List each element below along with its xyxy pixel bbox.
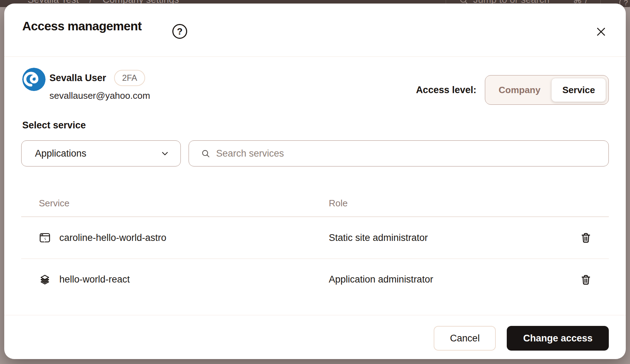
access-management-dialog: Access management ? Sevalla User 2FA sev… — [4, 4, 626, 359]
close-icon[interactable] — [593, 24, 609, 40]
chevron-down-icon — [160, 148, 170, 158]
application-layers-icon — [39, 274, 51, 286]
table-header: Service Role — [21, 190, 609, 217]
footer-divider — [4, 315, 626, 315]
user-info: Sevalla User 2FA sevallauser@yahoo.com — [49, 70, 150, 101]
static-site-icon — [39, 232, 51, 244]
toggle-option-service[interactable]: Service — [551, 78, 606, 102]
cancel-button[interactable]: Cancel — [434, 326, 496, 351]
column-header-role: Role — [329, 198, 575, 209]
avatar — [22, 68, 46, 91]
trash-icon — [580, 232, 592, 244]
help-icon[interactable]: ? — [172, 24, 187, 39]
dropdown-selected-value: Applications — [35, 148, 160, 159]
service-role: Static site administrator — [329, 232, 575, 243]
service-type-dropdown[interactable]: Applications — [21, 140, 181, 166]
column-header-service: Service — [21, 198, 329, 209]
access-level-toggle: Company Service — [485, 75, 609, 105]
screen: { "background": { "breadcrumb": { "item1… — [0, 0, 630, 364]
table-row: hello-world-react Application administra… — [21, 259, 609, 300]
select-service-heading: Select service — [22, 120, 86, 131]
header-divider — [4, 56, 626, 57]
help-glyph: ? — [177, 26, 183, 37]
access-level-label: Access level: — [416, 85, 476, 96]
delete-access-button[interactable] — [579, 231, 593, 244]
access-level-row: Access level: Company Service — [416, 75, 609, 105]
service-filters: Applications — [21, 140, 609, 166]
toggle-option-company[interactable]: Company — [488, 78, 551, 102]
dialog-title: Access management — [22, 19, 142, 33]
service-role: Application administrator — [329, 274, 575, 285]
service-name: hello-world-react — [59, 274, 130, 285]
services-table: Service Role caroline-hello-world-astro … — [21, 190, 609, 300]
delete-access-button[interactable] — [579, 273, 593, 286]
2fa-badge: 2FA — [114, 70, 145, 86]
service-name: caroline-hello-world-astro — [59, 232, 166, 243]
service-search — [189, 140, 609, 166]
table-row: caroline-hello-world-astro Static site a… — [21, 217, 609, 259]
user-email: sevallauser@yahoo.com — [49, 90, 150, 101]
search-icon — [201, 149, 210, 158]
user-name: Sevalla User — [49, 73, 106, 84]
footer-actions: Cancel Change access — [434, 326, 609, 351]
change-access-button[interactable]: Change access — [507, 326, 609, 351]
trash-icon — [580, 274, 592, 286]
search-services-input[interactable] — [216, 148, 600, 159]
